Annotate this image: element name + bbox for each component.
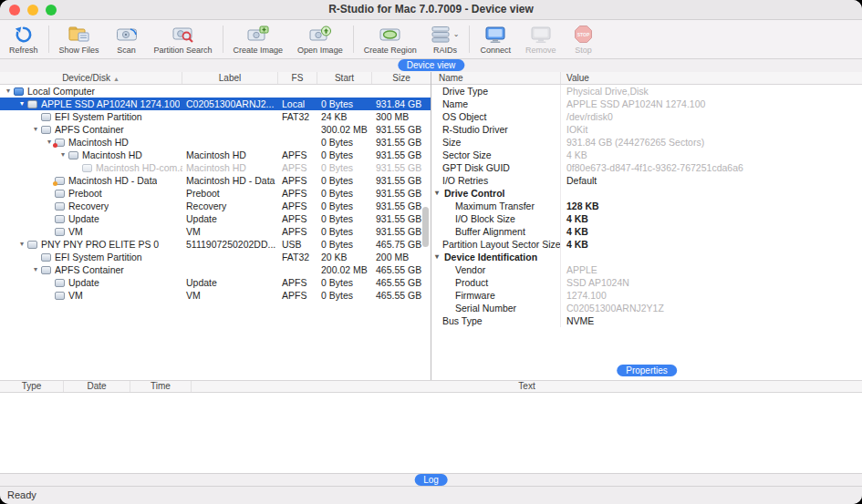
- open-image-icon: [309, 25, 331, 45]
- property-group-drive-control[interactable]: ▾Drive Control: [431, 187, 862, 200]
- volume-icon: [55, 139, 65, 147]
- chevron-down-icon[interactable]: ▾: [16, 238, 27, 251]
- chevron-down-icon[interactable]: ▾: [435, 187, 444, 200]
- device-row-pny-efi-partition[interactable]: EFI System PartitionFAT3220 KB200 MB: [0, 251, 431, 263]
- column-header-name[interactable]: Name: [431, 72, 561, 84]
- property-row-maximum-transfer[interactable]: Maximum Transfer128 KB: [431, 200, 862, 212]
- property-row-partition-layout-sector-size[interactable]: Partition Layout Sector Size4 KB: [431, 238, 862, 251]
- property-row-size[interactable]: Size931.84 GB (244276265 Sectors): [431, 136, 862, 149]
- column-header-size[interactable]: Size: [372, 72, 431, 84]
- device-row-update[interactable]: UpdateUpdateAPFS0 Bytes931.55 GB: [0, 212, 431, 225]
- chevron-down-icon[interactable]: ⌄: [453, 30, 460, 38]
- device-row-pny-drive[interactable]: ▾PNY PNY PRO ELITE PS 05111907250202DD..…: [0, 238, 431, 251]
- property-row-name[interactable]: NameAPPLE SSD AP1024N 1274.100: [431, 98, 862, 110]
- column-header-time[interactable]: Time: [130, 381, 192, 392]
- window-title: R-Studio for Mac 7.0.7009 - Device view: [0, 0, 862, 19]
- property-row-io-retries[interactable]: I/O RetriesDefault: [431, 174, 862, 187]
- remove-button: Remove: [518, 21, 564, 57]
- log-tab-strip: Log: [0, 473, 862, 486]
- properties-header: Name Value: [431, 72, 862, 85]
- property-row-product[interactable]: ProductSSD AP1024N: [431, 276, 862, 289]
- device-row-apple-ssd[interactable]: ▾APPLE SSD AP1024N 1274.100C02051300ARNJ…: [0, 98, 431, 110]
- property-row-gpt-disk-guid[interactable]: GPT Disk GUID0f80e673-d847-4f1c-9362-767…: [431, 161, 862, 174]
- volume-icon: [55, 202, 65, 211]
- tab-log[interactable]: Log: [414, 474, 448, 486]
- scan-icon: [116, 25, 138, 45]
- property-row-buffer-alignment[interactable]: Buffer Alignment4 KB: [431, 225, 862, 238]
- toolbar-separator: [223, 26, 223, 53]
- device-row-pny-vm[interactable]: VMVMAPFS0 Bytes465.55 GB: [0, 289, 431, 302]
- property-row-rstudio-driver[interactable]: R-Studio DriverIOKit: [431, 123, 862, 136]
- property-row-os-object[interactable]: OS Object/dev/rdisk0: [431, 110, 862, 123]
- property-row-io-block-size[interactable]: I/O Block Size4 KB: [431, 212, 862, 225]
- show-files-button[interactable]: Show Files: [52, 21, 107, 57]
- column-header-value[interactable]: Value: [561, 72, 862, 84]
- column-header-start[interactable]: Start: [317, 72, 372, 84]
- column-header-text[interactable]: Text: [192, 381, 862, 392]
- property-row-drive-type[interactable]: Drive TypePhysical Drive,Disk: [431, 85, 862, 98]
- status-badge: [53, 143, 57, 148]
- device-row-pny-update[interactable]: UpdateUpdateAPFS0 Bytes465.55 GB: [0, 276, 431, 289]
- sort-ascending-icon: ▲: [113, 76, 119, 82]
- chevron-down-icon[interactable]: ▾: [16, 98, 27, 110]
- connect-button[interactable]: Connect: [473, 21, 518, 57]
- chevron-down-icon[interactable]: ▾: [435, 251, 444, 263]
- tab-properties[interactable]: Properties: [617, 365, 677, 376]
- partition-icon: [41, 113, 51, 121]
- device-row-recovery[interactable]: RecoveryRecoveryAPFS0 Bytes931.55 GB: [0, 200, 431, 212]
- property-row-vendor[interactable]: VendorAPPLE: [431, 263, 862, 276]
- property-row-firmware[interactable]: Firmware1274.100: [431, 289, 862, 302]
- device-tree-panel: Device/Disk▲ Label FS Start Size ▾Local …: [0, 72, 431, 380]
- scan-button[interactable]: Scan: [107, 21, 147, 57]
- device-row-local-computer[interactable]: ▾Local Computer: [0, 85, 431, 98]
- toolbar: Refresh Show Files Scan Partition Search…: [0, 20, 862, 59]
- toolbar-separator: [353, 26, 354, 53]
- stop-icon: STOP: [574, 25, 593, 45]
- raids-icon: ⌄: [431, 25, 460, 45]
- chevron-down-icon[interactable]: ▾: [30, 123, 41, 136]
- property-group-device-identification[interactable]: ▾Device Identification: [431, 251, 862, 263]
- volume-icon: [55, 215, 65, 223]
- device-row-apfs-container[interactable]: ▾APFS Container300.02 MB931.55 GB: [0, 123, 431, 136]
- raids-button[interactable]: ⌄ RAIDs: [424, 21, 467, 57]
- column-header-device-disk[interactable]: Device/Disk▲: [0, 72, 182, 84]
- log-table-header: Type Date Time Text: [0, 380, 862, 393]
- chevron-down-icon[interactable]: ▾: [3, 85, 14, 98]
- device-row-macintosh-hd[interactable]: ▾Macintosh HDMacintosh HDAPFS0 Bytes931.…: [0, 149, 431, 161]
- volume-icon: [55, 190, 65, 198]
- volume-icon: [55, 292, 65, 300]
- column-header-fs[interactable]: FS: [278, 72, 317, 84]
- toolbar-separator: [48, 26, 49, 53]
- device-row-macintosh-hd-data[interactable]: Macintosh HD - DataMacintosh HD - DataAP…: [0, 174, 431, 187]
- open-image-button[interactable]: Open Image: [290, 21, 350, 57]
- column-header-label[interactable]: Label: [182, 72, 278, 84]
- column-header-type[interactable]: Type: [0, 381, 64, 392]
- vertical-scrollbar-thumb[interactable]: [422, 207, 429, 247]
- toolbar-separator: [469, 26, 470, 53]
- partition-search-button[interactable]: Partition Search: [147, 21, 220, 57]
- create-image-icon: [247, 25, 269, 45]
- device-row-vm[interactable]: VMVMAPFS0 Bytes931.55 GB: [0, 225, 431, 238]
- device-row-preboot[interactable]: PrebootPrebootAPFS0 Bytes931.55 GB: [0, 187, 431, 200]
- property-row-bus-type[interactable]: Bus TypeNVME: [431, 314, 862, 327]
- volume-icon: [55, 177, 65, 185]
- minimize-button[interactable]: [27, 5, 38, 15]
- device-row-pny-apfs-container[interactable]: ▾APFS Container200.02 MB465.55 GB: [0, 263, 431, 276]
- device-row-efi-partition[interactable]: EFI System PartitionFAT3224 KB300 MB: [0, 110, 431, 123]
- create-image-button[interactable]: Create Image: [226, 21, 291, 57]
- chevron-down-icon[interactable]: ▾: [30, 263, 41, 276]
- device-row-macintosh-hd-snapshot[interactable]: Macintosh HD-com.apple...Macintosh HDAPF…: [0, 161, 431, 174]
- refresh-button[interactable]: Refresh: [2, 21, 46, 57]
- column-header-date[interactable]: Date: [64, 381, 130, 392]
- device-row-macintosh-hd-group[interactable]: ▾Macintosh HD0 Bytes931.55 GB: [0, 136, 431, 149]
- create-region-button[interactable]: Create Region: [357, 21, 424, 57]
- volume-icon: [55, 279, 65, 287]
- connect-icon: [484, 25, 506, 45]
- property-row-sector-size[interactable]: Sector Size4 KB: [431, 149, 862, 161]
- property-row-serial-number[interactable]: Serial NumberC02051300ARNJ2Y1Z: [431, 302, 862, 314]
- zoom-button[interactable]: [46, 5, 57, 15]
- close-button[interactable]: [9, 5, 20, 15]
- create-region-icon: [379, 25, 401, 45]
- tab-device-view[interactable]: Device view: [398, 59, 464, 71]
- chevron-down-icon[interactable]: ▾: [57, 149, 68, 161]
